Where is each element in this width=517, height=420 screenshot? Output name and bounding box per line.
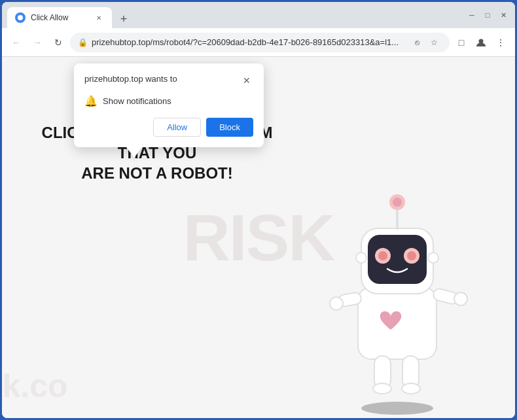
active-tab[interactable]: Click Allow ✕ — [7, 7, 112, 28]
svg-point-1 — [361, 402, 433, 415]
share-icon[interactable]: ⎋ — [409, 35, 425, 50]
address-actions: ⎋ ☆ — [409, 35, 442, 50]
back-button[interactable]: ← — [7, 33, 26, 52]
close-button[interactable]: ✕ — [497, 9, 510, 22]
toolbar: ← → ↻ 🔒 prizehubtop.top/ms/robot4/?c=206… — [2, 28, 515, 57]
tab-favicon-icon — [15, 12, 26, 23]
svg-point-6 — [454, 292, 467, 306]
svg-point-9 — [373, 383, 391, 394]
notification-label: Show notifications — [103, 96, 171, 106]
notification-popup: prizehubtop.top wants to ✕ 🔔 Show notifi… — [74, 63, 264, 147]
block-button[interactable]: Block — [206, 118, 253, 137]
robot-svg — [306, 156, 489, 418]
url-text: prizehubtop.top/ms/robot4/?c=20609dad-b2… — [92, 37, 405, 47]
title-bar: Click Allow ✕ + ─ □ ✕ — [2, 2, 515, 28]
maximize-button[interactable]: □ — [481, 9, 494, 22]
popup-tail — [126, 147, 142, 158]
svg-point-20 — [356, 253, 366, 263]
page-content: RISK prizehubtop.top wants to ✕ 🔔 Show n… — [2, 57, 515, 418]
browser-window: Click Allow ✕ + ─ □ ✕ ← → ↻ 🔒 prizehubto… — [2, 2, 515, 418]
address-bar[interactable]: 🔒 prizehubtop.top/ms/robot4/?c=20609dad-… — [70, 33, 450, 52]
tab-title: Click Allow — [31, 13, 88, 22]
popup-close-button[interactable]: ✕ — [240, 74, 253, 87]
svg-point-16 — [407, 251, 416, 260]
svg-point-5 — [330, 297, 343, 310]
bookmark-icon[interactable]: ☆ — [426, 35, 442, 50]
tab-bar: Click Allow ✕ + — [7, 2, 460, 28]
tab-close-button[interactable]: ✕ — [94, 12, 104, 23]
watermark2: risk.co — [2, 367, 68, 405]
refresh-button[interactable]: ↻ — [49, 33, 67, 52]
bell-icon: 🔔 — [84, 95, 98, 107]
new-tab-button[interactable]: + — [115, 10, 133, 28]
svg-point-21 — [428, 253, 438, 263]
svg-point-10 — [402, 383, 420, 394]
allow-button[interactable]: Allow — [153, 118, 201, 137]
forward-button[interactable]: → — [28, 33, 46, 52]
notification-item: 🔔 Show notifications — [84, 95, 253, 107]
menu-icon[interactable]: ⋮ — [491, 33, 510, 52]
extensions-icon[interactable]: □ — [452, 33, 471, 52]
profile-icon[interactable] — [472, 33, 490, 52]
popup-header: prizehubtop.top wants to ✕ — [84, 74, 253, 87]
svg-point-0 — [479, 39, 484, 43]
robot-illustration — [306, 156, 489, 418]
popup-buttons: Allow Block — [84, 118, 253, 137]
svg-point-14 — [378, 251, 387, 260]
popup-title: prizehubtop.top wants to — [84, 74, 177, 84]
window-controls: ─ □ ✕ — [465, 9, 510, 22]
minimize-button[interactable]: ─ — [465, 9, 478, 22]
lock-icon: 🔒 — [78, 38, 88, 47]
toolbar-actions: □ ⋮ — [452, 33, 510, 52]
svg-point-19 — [393, 198, 402, 207]
